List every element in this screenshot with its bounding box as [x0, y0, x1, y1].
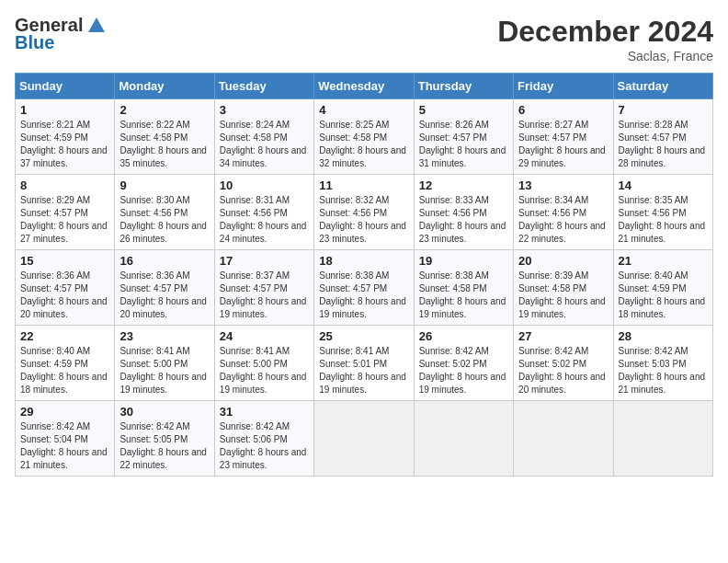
- col-monday: Monday: [115, 74, 214, 99]
- calendar-cell: 15 Sunrise: 8:36 AM Sunset: 4:57 PM Dayl…: [16, 250, 115, 326]
- calendar-cell: 28 Sunrise: 8:42 AM Sunset: 5:03 PM Dayl…: [613, 326, 712, 401]
- day-number: 10: [220, 178, 309, 192]
- day-info: Sunrise: 8:42 AM Sunset: 5:02 PM Dayligh…: [518, 345, 608, 396]
- day-info: Sunrise: 8:38 AM Sunset: 4:57 PM Dayligh…: [319, 270, 408, 321]
- day-info: Sunrise: 8:32 AM Sunset: 4:56 PM Dayligh…: [319, 194, 408, 246]
- days-header-row: Sunday Monday Tuesday Wednesday Thursday…: [16, 74, 713, 99]
- calendar-cell: 2 Sunrise: 8:22 AM Sunset: 4:58 PM Dayli…: [115, 99, 214, 175]
- location-subtitle: Saclas, France: [497, 49, 713, 63]
- calendar-cell: 8 Sunrise: 8:29 AM Sunset: 4:57 PM Dayli…: [16, 175, 115, 250]
- day-info: Sunrise: 8:34 AM Sunset: 4:56 PM Dayligh…: [518, 194, 608, 246]
- day-info: Sunrise: 8:38 AM Sunset: 4:58 PM Dayligh…: [419, 270, 508, 321]
- day-number: 20: [518, 254, 608, 268]
- day-number: 11: [319, 178, 408, 192]
- day-info: Sunrise: 8:40 AM Sunset: 4:59 PM Dayligh…: [20, 345, 109, 396]
- calendar-cell: 25 Sunrise: 8:41 AM Sunset: 5:01 PM Dayl…: [314, 326, 414, 401]
- day-info: Sunrise: 8:40 AM Sunset: 4:59 PM Dayligh…: [619, 270, 708, 321]
- col-thursday: Thursday: [414, 74, 513, 99]
- calendar-cell: 3 Sunrise: 8:24 AM Sunset: 4:58 PM Dayli…: [214, 99, 313, 175]
- calendar-week-2: 8 Sunrise: 8:29 AM Sunset: 4:57 PM Dayli…: [16, 175, 713, 250]
- day-info: Sunrise: 8:41 AM Sunset: 5:01 PM Dayligh…: [319, 345, 408, 396]
- day-number: 29: [20, 405, 109, 419]
- calendar-cell: 5 Sunrise: 8:26 AM Sunset: 4:57 PM Dayli…: [414, 99, 513, 175]
- calendar-cell: 29 Sunrise: 8:42 AM Sunset: 5:04 PM Dayl…: [16, 401, 115, 477]
- day-info: Sunrise: 8:39 AM Sunset: 4:58 PM Dayligh…: [518, 270, 608, 321]
- calendar-cell: 26 Sunrise: 8:42 AM Sunset: 5:02 PM Dayl…: [414, 326, 513, 401]
- day-info: Sunrise: 8:28 AM Sunset: 4:57 PM Dayligh…: [619, 119, 708, 170]
- day-info: Sunrise: 8:24 AM Sunset: 4:58 PM Dayligh…: [220, 119, 309, 170]
- day-info: Sunrise: 8:25 AM Sunset: 4:58 PM Dayligh…: [319, 119, 408, 170]
- calendar-cell: 16 Sunrise: 8:36 AM Sunset: 4:57 PM Dayl…: [115, 250, 214, 326]
- header: General Blue December 2024 Saclas, Franc…: [15, 15, 713, 63]
- day-info: Sunrise: 8:36 AM Sunset: 4:57 PM Dayligh…: [20, 270, 109, 321]
- day-number: 28: [619, 329, 708, 343]
- col-friday: Friday: [514, 74, 613, 99]
- day-info: Sunrise: 8:22 AM Sunset: 4:58 PM Dayligh…: [119, 119, 209, 170]
- day-number: 2: [119, 103, 209, 117]
- day-number: 8: [20, 178, 109, 192]
- day-number: 4: [319, 103, 408, 117]
- month-title: December 2024: [497, 15, 713, 49]
- calendar-cell: 17 Sunrise: 8:37 AM Sunset: 4:57 PM Dayl…: [214, 250, 313, 326]
- day-info: Sunrise: 8:35 AM Sunset: 4:56 PM Dayligh…: [619, 194, 708, 246]
- calendar-cell: 6 Sunrise: 8:27 AM Sunset: 4:57 PM Dayli…: [514, 99, 613, 175]
- calendar-cell: [314, 401, 414, 477]
- logo-blue-text: Blue: [15, 32, 54, 53]
- day-number: 25: [319, 329, 408, 343]
- day-number: 30: [119, 405, 209, 419]
- calendar-cell: 11 Sunrise: 8:32 AM Sunset: 4:56 PM Dayl…: [314, 175, 414, 250]
- day-number: 27: [518, 329, 608, 343]
- day-number: 15: [20, 254, 109, 268]
- day-number: 22: [20, 329, 109, 343]
- calendar-cell: 20 Sunrise: 8:39 AM Sunset: 4:58 PM Dayl…: [514, 250, 613, 326]
- calendar-cell: 10 Sunrise: 8:31 AM Sunset: 4:56 PM Dayl…: [214, 175, 313, 250]
- calendar-cell: [613, 401, 712, 477]
- day-info: Sunrise: 8:31 AM Sunset: 4:56 PM Dayligh…: [220, 194, 309, 246]
- day-info: Sunrise: 8:41 AM Sunset: 5:00 PM Dayligh…: [220, 345, 309, 396]
- day-number: 13: [518, 178, 608, 192]
- day-info: Sunrise: 8:27 AM Sunset: 4:57 PM Dayligh…: [518, 119, 608, 170]
- calendar-cell: 1 Sunrise: 8:21 AM Sunset: 4:59 PM Dayli…: [16, 99, 115, 175]
- col-tuesday: Tuesday: [214, 74, 313, 99]
- calendar-week-4: 22 Sunrise: 8:40 AM Sunset: 4:59 PM Dayl…: [16, 326, 713, 401]
- svg-marker-0: [88, 17, 105, 32]
- day-number: 19: [419, 254, 508, 268]
- calendar-cell: 30 Sunrise: 8:42 AM Sunset: 5:05 PM Dayl…: [115, 401, 214, 477]
- day-info: Sunrise: 8:42 AM Sunset: 5:06 PM Dayligh…: [220, 420, 309, 472]
- day-info: Sunrise: 8:42 AM Sunset: 5:04 PM Dayligh…: [20, 420, 109, 472]
- day-info: Sunrise: 8:42 AM Sunset: 5:03 PM Dayligh…: [619, 345, 708, 396]
- day-number: 18: [319, 254, 408, 268]
- calendar-cell: 24 Sunrise: 8:41 AM Sunset: 5:00 PM Dayl…: [214, 326, 313, 401]
- day-number: 31: [220, 405, 309, 419]
- calendar-week-3: 15 Sunrise: 8:36 AM Sunset: 4:57 PM Dayl…: [16, 250, 713, 326]
- title-area: December 2024 Saclas, France: [497, 15, 713, 63]
- day-info: Sunrise: 8:42 AM Sunset: 5:05 PM Dayligh…: [119, 420, 209, 472]
- day-info: Sunrise: 8:41 AM Sunset: 5:00 PM Dayligh…: [119, 345, 209, 396]
- day-number: 17: [220, 254, 309, 268]
- calendar: Sunday Monday Tuesday Wednesday Thursday…: [15, 73, 713, 477]
- day-number: 14: [619, 178, 708, 192]
- col-wednesday: Wednesday: [314, 74, 414, 99]
- calendar-cell: 4 Sunrise: 8:25 AM Sunset: 4:58 PM Dayli…: [314, 99, 414, 175]
- calendar-cell: 13 Sunrise: 8:34 AM Sunset: 4:56 PM Dayl…: [514, 175, 613, 250]
- calendar-cell: 31 Sunrise: 8:42 AM Sunset: 5:06 PM Dayl…: [214, 401, 313, 477]
- col-saturday: Saturday: [613, 74, 712, 99]
- day-info: Sunrise: 8:21 AM Sunset: 4:59 PM Dayligh…: [20, 119, 109, 170]
- calendar-week-1: 1 Sunrise: 8:21 AM Sunset: 4:59 PM Dayli…: [16, 99, 713, 175]
- day-info: Sunrise: 8:26 AM Sunset: 4:57 PM Dayligh…: [419, 119, 508, 170]
- day-info: Sunrise: 8:30 AM Sunset: 4:56 PM Dayligh…: [119, 194, 209, 246]
- calendar-cell: 18 Sunrise: 8:38 AM Sunset: 4:57 PM Dayl…: [314, 250, 414, 326]
- calendar-week-5: 29 Sunrise: 8:42 AM Sunset: 5:04 PM Dayl…: [16, 401, 713, 477]
- calendar-cell: 7 Sunrise: 8:28 AM Sunset: 4:57 PM Dayli…: [613, 99, 712, 175]
- logo-icon: [86, 16, 107, 36]
- day-number: 23: [119, 329, 209, 343]
- calendar-cell: 19 Sunrise: 8:38 AM Sunset: 4:58 PM Dayl…: [414, 250, 513, 326]
- day-number: 3: [220, 103, 309, 117]
- logo-area: General Blue: [15, 15, 107, 53]
- day-number: 21: [619, 254, 708, 268]
- day-info: Sunrise: 8:33 AM Sunset: 4:56 PM Dayligh…: [419, 194, 508, 246]
- calendar-cell: 22 Sunrise: 8:40 AM Sunset: 4:59 PM Dayl…: [16, 326, 115, 401]
- day-number: 6: [518, 103, 608, 117]
- calendar-cell: 9 Sunrise: 8:30 AM Sunset: 4:56 PM Dayli…: [115, 175, 214, 250]
- day-number: 12: [419, 178, 508, 192]
